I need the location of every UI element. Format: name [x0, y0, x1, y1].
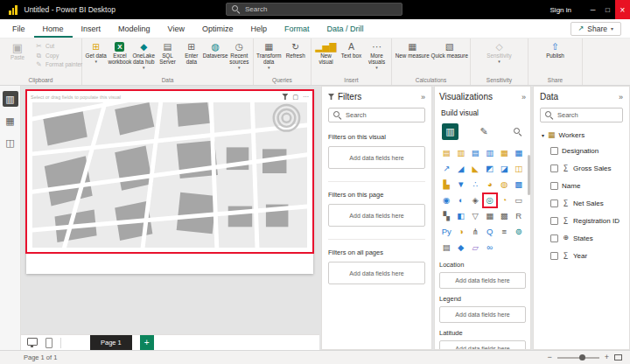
add-data-fields-dropzone[interactable]: Add data fields here: [439, 340, 526, 350]
more-visuals-button[interactable]: ⋯ More visuals ▾: [364, 41, 389, 76]
table-view-button[interactable]: ▦: [3, 113, 18, 129]
zoom-in-button[interactable]: +: [605, 354, 609, 361]
donut-chart[interactable]: ◍: [497, 178, 512, 192]
zoom-slider-thumb[interactable]: [579, 354, 585, 360]
tab-data-drill[interactable]: Data / Drill: [318, 19, 372, 38]
transform-data-button[interactable]: ▦ Transform data ▾: [256, 41, 283, 76]
sql-server-button[interactable]: ▤ SQL Server: [156, 41, 179, 76]
onelake-data-hub-button[interactable]: ◆ OneLake data hub ▾: [132, 41, 156, 76]
azure-map[interactable]: ◎: [483, 193, 498, 207]
scatter-chart[interactable]: ∴: [468, 178, 483, 192]
100-stacked-bar-chart[interactable]: ▦: [497, 146, 512, 160]
map[interactable]: ◉: [439, 193, 454, 207]
sensitivity-button[interactable]: ◇ Sensitivity ▾: [472, 41, 526, 76]
field-checkbox[interactable]: [550, 217, 558, 225]
stacked-bar-chart[interactable]: ▤: [439, 146, 454, 160]
key-influencers[interactable]: ◑: [454, 225, 469, 239]
new-measure-button[interactable]: ▦ New measure: [394, 41, 431, 76]
clustered-bar-chart[interactable]: ▤: [468, 146, 483, 160]
100-stacked-column-chart[interactable]: ▦: [512, 146, 527, 160]
tab-insert[interactable]: Insert: [73, 19, 110, 38]
field-checkbox[interactable]: [550, 234, 558, 242]
filter-icon[interactable]: [282, 94, 288, 100]
field-checkbox[interactable]: [550, 164, 558, 172]
waterfall-chart[interactable]: ▙: [439, 178, 454, 192]
publish-button[interactable]: ⇧ Publish: [530, 41, 580, 76]
paginated-report[interactable]: ▤: [439, 241, 454, 255]
add-data-fields-dropzone[interactable]: Add data fields here: [328, 146, 425, 169]
add-data-fields-dropzone[interactable]: Add data fields here: [328, 262, 425, 284]
power-apps[interactable]: ▱: [468, 241, 483, 255]
field-checkbox[interactable]: [550, 182, 558, 190]
report-canvas[interactable]: Select or drag fields to populate this v…: [21, 86, 319, 350]
enter-data-button[interactable]: ⊞ Enter data: [179, 41, 203, 76]
analytics-tab[interactable]: [509, 123, 526, 140]
field-net-sales[interactable]: ∑ Net Sales: [540, 194, 623, 212]
get-data-button[interactable]: ⊞ Get data ▾: [84, 41, 108, 76]
tab-modeling[interactable]: Modeling: [109, 19, 159, 38]
tab-help[interactable]: Help: [242, 19, 276, 38]
cut-button[interactable]: ✂ Cut: [35, 43, 82, 50]
tab-optimize[interactable]: Optimize: [193, 19, 242, 38]
field-registration-id[interactable]: ∑ Registration ID: [540, 212, 623, 229]
card[interactable]: ▭: [512, 193, 527, 207]
zoom-out-button[interactable]: −: [547, 354, 551, 361]
build-visual-tab[interactable]: ▥: [442, 123, 458, 140]
map-visual-selected[interactable]: Select or drag fields to populate this v…: [25, 89, 314, 254]
gallery-scrollbar[interactable]: [528, 155, 530, 195]
metrics[interactable]: ⊚: [512, 225, 527, 239]
ribbon-chart[interactable]: ◫: [512, 162, 527, 176]
filled-map[interactable]: ◐: [454, 193, 469, 207]
pie-chart[interactable]: ◕: [483, 178, 498, 192]
model-view-button[interactable]: ◫: [3, 135, 18, 150]
line-chart[interactable]: ↗: [439, 162, 454, 176]
area-chart[interactable]: ◢: [454, 162, 469, 176]
multi-row-card[interactable]: ▚: [439, 209, 454, 223]
close-button[interactable]: ×: [615, 0, 630, 19]
mobile-layout-icon[interactable]: [46, 338, 52, 348]
paste-button[interactable]: ▣ Paste: [5, 41, 30, 76]
focus-mode-icon[interactable]: ▢: [292, 94, 298, 100]
python-visual[interactable]: Py: [439, 225, 454, 239]
sign-in-button[interactable]: Sign in: [550, 6, 571, 14]
map-content[interactable]: [32, 102, 307, 248]
table-workers[interactable]: ▾ ▦ Workers: [540, 131, 623, 139]
new-visual-button[interactable]: ▂▅▇ New visual: [313, 41, 339, 76]
data-search-input[interactable]: Search: [540, 108, 623, 122]
smart-narrative[interactable]: ≡: [497, 225, 512, 239]
treemap[interactable]: ▩: [512, 178, 527, 192]
share-button[interactable]: ↗ Share ▾: [570, 22, 621, 36]
field-checkbox[interactable]: [550, 252, 558, 260]
tab-file[interactable]: File: [4, 19, 34, 38]
field-designation[interactable]: Designation: [540, 142, 623, 159]
add-data-fields-dropzone[interactable]: Add data fields here: [328, 204, 425, 227]
field-states[interactable]: ⊕ States: [540, 229, 623, 247]
zoom-slider[interactable]: [557, 357, 599, 359]
shape-map[interactable]: ◈: [468, 193, 483, 207]
tab-format[interactable]: Format: [276, 19, 318, 38]
gauge[interactable]: ◔: [497, 193, 512, 207]
clustered-column-chart[interactable]: ▥: [483, 146, 498, 160]
quick-measure-button[interactable]: ▧ Quick measure: [431, 41, 469, 76]
format-painter-button[interactable]: ✎ Format painter: [35, 61, 82, 68]
maximize-button[interactable]: □: [600, 0, 615, 19]
arcgis-map[interactable]: ◆: [454, 241, 469, 255]
excel-workbook-button[interactable]: X Excel workbook: [108, 41, 131, 76]
report-view-button[interactable]: ▥: [3, 91, 18, 107]
format-visual-tab[interactable]: ✎: [476, 123, 493, 140]
kpi[interactable]: ◧: [454, 209, 469, 223]
add-data-fields-dropzone[interactable]: Add data fields here: [439, 272, 526, 289]
stacked-area-chart[interactable]: ◣: [468, 162, 483, 176]
new-page-button[interactable]: +: [140, 335, 154, 350]
dataverse-button[interactable]: ◍ Dataverse: [203, 41, 227, 76]
global-search-input[interactable]: Search: [226, 3, 402, 16]
field-checkbox[interactable]: [550, 147, 558, 155]
fit-to-page-button[interactable]: [614, 354, 622, 360]
text-box-button[interactable]: A Text box: [339, 41, 364, 76]
r-script-visual[interactable]: R: [512, 209, 527, 223]
tab-view[interactable]: View: [159, 19, 193, 38]
refresh-button[interactable]: ↻ Refresh: [283, 41, 310, 76]
q-and-a[interactable]: Q: [483, 225, 498, 239]
decomposition-tree[interactable]: ⋔: [468, 225, 483, 239]
matrix[interactable]: ▩: [497, 209, 512, 223]
